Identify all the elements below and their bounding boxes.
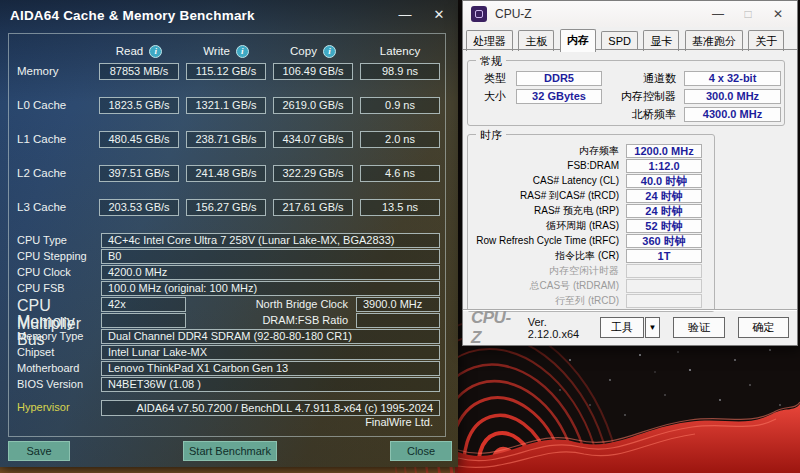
timing-row-cr: 指令比率 (CR) 1T bbox=[476, 249, 702, 263]
l3-latency-value: 13.5 ns bbox=[360, 199, 440, 216]
timing-row-idle-timer: 内存空闲计时器 bbox=[476, 264, 702, 278]
aida64-window-title: AIDA64 Cache & Memory Benchmark bbox=[10, 8, 255, 23]
column-header-read: Read i bbox=[99, 45, 179, 58]
timing-row-row-to-col: 行至列 (tRCD) bbox=[476, 294, 702, 308]
memory-bus-value bbox=[101, 313, 186, 328]
dram-fsb-ratio-value bbox=[356, 313, 440, 328]
memory-write-value: 115.12 GB/s bbox=[186, 63, 266, 80]
tab-mainboard[interactable]: 主板 bbox=[518, 30, 554, 51]
close-button[interactable]: Close bbox=[390, 441, 452, 461]
northbridge-freq-field: 4300.0 MHz bbox=[684, 107, 781, 122]
timing-row-trdram: 总CAS号 (tRDRAM) bbox=[476, 279, 702, 293]
l1-copy-value: 434.07 GB/s bbox=[273, 131, 353, 148]
timing-row-fsb-dram: FSB:DRAM 1:12.0 bbox=[476, 159, 702, 173]
memory-type-field: DDR5 bbox=[516, 71, 602, 86]
cpuz-tab-bar: 处理器 主板 内存 SPD 显卡 基准跑分 关于 bbox=[463, 27, 797, 50]
memory-size-field: 32 GBytes bbox=[516, 89, 602, 104]
controller-label: 内存控制器 bbox=[602, 89, 684, 105]
cr-field: 1T bbox=[626, 249, 702, 263]
timing-row-trp: RAS# 预充电 (tRP) 24 时钟 bbox=[476, 204, 702, 218]
bench-row-l0: L0 Cache 1823.5 GB/s 1321.1 GB/s 2619.0 … bbox=[9, 97, 445, 114]
column-header-copy: Copy i bbox=[273, 45, 353, 58]
tras-field: 52 时钟 bbox=[626, 219, 702, 233]
motherboard-value: Lenovo ThinkPad X1 Carbon Gen 13 bbox=[101, 361, 440, 376]
l0-copy-value: 2619.0 GB/s bbox=[273, 97, 353, 114]
column-header-latency: Latency bbox=[360, 45, 440, 57]
aida64-button-bar: Save Start Benchmark Close bbox=[8, 441, 452, 461]
bios-version-value: N4BET36W (1.08 ) bbox=[101, 377, 440, 392]
l1-read-value: 480.45 GB/s bbox=[99, 131, 179, 148]
cpu-type-value: 4C+4c Intel Core Ultra 7 258V (Lunar Lak… bbox=[101, 233, 440, 248]
bench-row-l3: L3 Cache 203.53 GB/s 156.27 GB/s 217.61 … bbox=[9, 199, 445, 216]
minimize-icon[interactable]: — bbox=[703, 1, 733, 27]
ok-button[interactable]: 确定 bbox=[738, 317, 789, 338]
close-icon[interactable]: ✕ bbox=[422, 0, 456, 30]
aida64-window: AIDA64 Cache & Memory Benchmark — ✕ Read… bbox=[0, 0, 458, 467]
row-to-col-field bbox=[626, 294, 702, 308]
north-bridge-clock-value: 3900.0 MHz bbox=[356, 297, 440, 312]
save-button[interactable]: Save bbox=[8, 441, 70, 461]
l2-write-value: 241.48 GB/s bbox=[186, 165, 266, 182]
info-row-chipset: Chipset Intel Lunar Lake-MX bbox=[9, 345, 445, 360]
timing-row-dram-freq: 内存频率 1200.0 MHz bbox=[476, 144, 702, 158]
info-row-cpu-stepping: CPU Stepping B0 bbox=[9, 249, 445, 264]
tab-bench[interactable]: 基准跑分 bbox=[685, 30, 743, 51]
aida64-version-text: AIDA64 v7.50.7200 / BenchDLL 4.7.911.8-x… bbox=[101, 400, 440, 416]
tab-cpu[interactable]: 处理器 bbox=[466, 30, 513, 51]
idle-timer-field bbox=[626, 264, 702, 278]
tools-button[interactable]: 工具 bbox=[600, 317, 643, 338]
info-icon[interactable]: i bbox=[149, 45, 162, 58]
dram-freq-field: 1200.0 MHz bbox=[626, 144, 702, 158]
l3-read-value: 203.53 GB/s bbox=[99, 199, 179, 216]
l0-write-value: 1321.1 GB/s bbox=[186, 97, 266, 114]
minimize-icon[interactable]: — bbox=[388, 0, 422, 30]
aida64-titlebar[interactable]: AIDA64 Cache & Memory Benchmark — ✕ bbox=[0, 0, 458, 30]
timing-row-trfc: Row Refresh Cycle Time (tRFC) 360 时钟 bbox=[476, 234, 702, 248]
cpu-multiplier-value: 42x bbox=[101, 297, 186, 312]
l2-read-value: 397.51 GB/s bbox=[99, 165, 179, 182]
cpuz-footer: CPU-Z Ver. 2.12.0.x64 工具 ▼ 验证 确定 bbox=[463, 309, 797, 345]
timings-legend: 时序 bbox=[476, 128, 506, 143]
info-row-hypervisor: Hypervisor AIDA64 v7.50.7200 / BenchDLL … bbox=[9, 400, 445, 416]
channels-label: 通道数 bbox=[602, 71, 684, 87]
tab-memory[interactable]: 内存 bbox=[560, 29, 596, 52]
maximize-icon: □ bbox=[733, 1, 763, 27]
hypervisor-label: Hypervisor bbox=[17, 400, 101, 416]
l2-latency-value: 4.6 ns bbox=[360, 165, 440, 182]
cpuz-window-title: CPU-Z bbox=[495, 7, 532, 21]
northbridge-freq-label: 北桥频率 bbox=[602, 107, 684, 123]
info-row-cpu-multiplier: CPU Multiplier 42x North Bridge Clock 39… bbox=[9, 297, 445, 312]
cpuz-window: CPU-Z — □ ✕ 处理器 主板 内存 SPD 显卡 基准跑分 关于 常规 … bbox=[462, 0, 798, 346]
info-row-memory-type: Memory Type Dual Channel DDR4 SDRAM (92-… bbox=[9, 329, 445, 344]
tab-graphics[interactable]: 显卡 bbox=[643, 30, 679, 51]
l0-read-value: 1823.5 GB/s bbox=[99, 97, 179, 114]
timing-row-tras: 循环周期 (tRAS) 52 时钟 bbox=[476, 219, 702, 233]
l0-latency-value: 0.9 ns bbox=[360, 97, 440, 114]
tab-spd[interactable]: SPD bbox=[601, 31, 638, 49]
controller-field: 300.0 MHz bbox=[684, 89, 781, 104]
tools-dropdown-icon[interactable]: ▼ bbox=[645, 317, 661, 338]
cpu-fsb-value: 100.0 MHz (original: 100 MHz) bbox=[101, 281, 440, 296]
close-icon[interactable]: ✕ bbox=[763, 1, 793, 27]
l1-latency-value: 2.0 ns bbox=[360, 131, 440, 148]
info-icon[interactable]: i bbox=[236, 45, 249, 58]
benchmark-header-row: Read i Write i Copy i Latency bbox=[9, 44, 445, 58]
info-row-cpu-type: CPU Type 4C+4c Intel Core Ultra 7 258V (… bbox=[9, 233, 445, 248]
l3-copy-value: 217.61 GB/s bbox=[273, 199, 353, 216]
desktop: AIDA64 Cache & Memory Benchmark — ✕ Read… bbox=[0, 0, 800, 473]
memory-type-label: 类型 bbox=[484, 71, 516, 87]
validate-button[interactable]: 验证 bbox=[673, 317, 724, 338]
trp-field: 24 时钟 bbox=[626, 204, 702, 218]
cpuz-titlebar[interactable]: CPU-Z — □ ✕ bbox=[463, 1, 797, 27]
cpu-clock-value: 4200.0 MHz bbox=[101, 265, 440, 280]
channels-field: 4 x 32-bit bbox=[684, 71, 781, 86]
cpuz-version: Ver. 2.12.0.x64 bbox=[528, 316, 600, 340]
trdram-field bbox=[626, 279, 702, 293]
bench-row-l2: L2 Cache 397.51 GB/s 241.48 GB/s 322.29 … bbox=[9, 165, 445, 182]
info-icon[interactable]: i bbox=[323, 45, 336, 58]
tab-about[interactable]: 关于 bbox=[748, 30, 784, 51]
info-row-memory-bus: Memory Bus DRAM:FSB Ratio bbox=[9, 313, 445, 328]
memory-size-label: 大小 bbox=[484, 89, 516, 105]
start-benchmark-button[interactable]: Start Benchmark bbox=[183, 441, 277, 461]
info-row-cpu-fsb: CPU FSB 100.0 MHz (original: 100 MHz) bbox=[9, 281, 445, 296]
